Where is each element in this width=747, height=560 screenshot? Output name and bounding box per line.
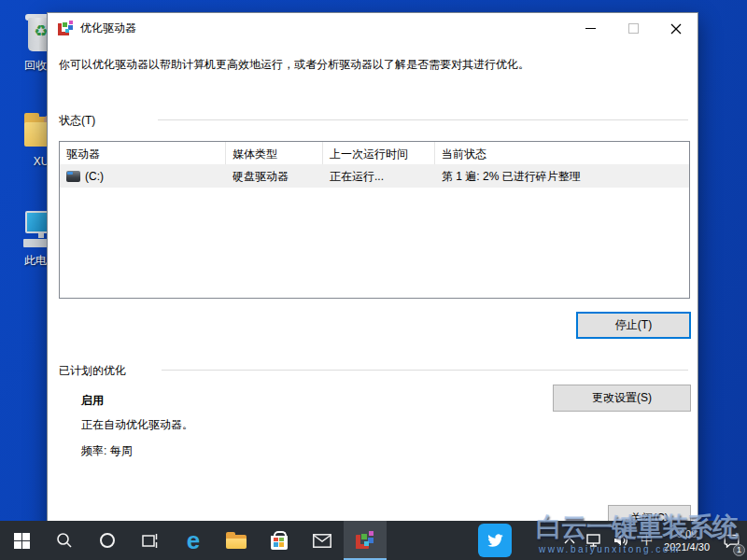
last-run-cell: 正在运行...: [323, 169, 435, 185]
stop-button[interactable]: 停止(T): [576, 312, 691, 339]
mail-icon: [313, 534, 331, 548]
dialog-description: 你可以优化驱动器以帮助计算机更高效地运行，或者分析驱动器以了解是否需要对其进行优…: [59, 57, 686, 73]
drive-cell: (C:): [60, 170, 226, 183]
search-icon: [56, 532, 73, 549]
twitter-button[interactable]: [478, 524, 512, 557]
edge-icon: e: [187, 528, 200, 553]
status-section-label: 状态(T): [59, 113, 95, 129]
tray-date: 2021/4/30: [664, 540, 710, 553]
mail-button[interactable]: [301, 521, 344, 560]
column-header-current-status[interactable]: 当前状态: [435, 142, 689, 164]
scheduled-section-divider: [162, 370, 688, 371]
scheduled-frequency: 频率: 每周: [81, 443, 133, 459]
drive-name: (C:): [85, 170, 104, 183]
media-type-cell: 硬盘驱动器: [226, 169, 323, 185]
status-section-divider: [158, 119, 688, 120]
task-view-button[interactable]: [129, 521, 172, 560]
chevron-up-icon: [564, 537, 575, 544]
ime-indicator[interactable]: 中: [635, 521, 658, 560]
action-center-button[interactable]: 1: [715, 521, 747, 560]
cortana-button[interactable]: [86, 521, 129, 560]
close-button-titlebar[interactable]: [655, 13, 698, 44]
defrag-taskbar-button[interactable]: [344, 521, 387, 560]
optimize-drives-window: 优化驱动器 你可以优化驱动器以帮助计算机更高效地运行，或者分析驱动器以了解是否需…: [47, 12, 698, 551]
cortana-icon: [100, 533, 115, 548]
file-explorer-icon: [226, 532, 247, 549]
drives-table-header: 驱动器 媒体类型 上一次运行时间 当前状态: [60, 142, 689, 165]
scheduled-description: 正在自动优化驱动器。: [81, 417, 193, 433]
system-tray: 中 9:09 2021/4/30 1: [558, 521, 747, 560]
defrag-icon: [356, 531, 374, 550]
search-button[interactable]: [43, 521, 86, 560]
maximize-button[interactable]: [612, 13, 655, 44]
file-explorer-button[interactable]: [215, 521, 258, 560]
store-icon: [271, 536, 288, 550]
current-status-cell: 第 1 遍: 2% 已进行碎片整理: [435, 169, 689, 185]
start-button[interactable]: [0, 521, 43, 560]
change-settings-button[interactable]: 更改设置(S): [553, 385, 691, 412]
store-button[interactable]: [258, 521, 301, 560]
taskbar-clock[interactable]: 9:09 2021/4/30: [658, 527, 715, 553]
task-view-icon: [142, 533, 160, 549]
scheduled-section-label: 已计划的优化: [59, 363, 126, 379]
column-header-last-run[interactable]: 上一次运行时间: [323, 142, 435, 164]
drives-table: 驱动器 媒体类型 上一次运行时间 当前状态 (C:) 硬盘驱动器 正在运行...…: [59, 141, 690, 299]
window-title: 优化驱动器: [80, 21, 136, 36]
show-hidden-icons-button[interactable]: [558, 521, 581, 560]
twitter-bird-icon: [485, 530, 505, 551]
minimize-button[interactable]: [569, 13, 612, 44]
defrag-app-icon: [58, 21, 74, 36]
network-tray-button[interactable]: [581, 521, 608, 560]
network-icon: [586, 534, 602, 547]
edge-button[interactable]: e: [172, 521, 215, 560]
scheduled-state: 启用: [81, 393, 104, 409]
drive-row-c[interactable]: (C:) 硬盘驱动器 正在运行... 第 1 遍: 2% 已进行碎片整理: [60, 165, 689, 188]
volume-tray-button[interactable]: [608, 521, 635, 560]
column-header-media-type[interactable]: 媒体类型: [226, 142, 323, 164]
notification-badge: 1: [733, 544, 745, 556]
speaker-icon: [613, 534, 629, 547]
titlebar[interactable]: 优化驱动器: [48, 13, 698, 44]
column-header-drive[interactable]: 驱动器: [60, 142, 226, 164]
hard-drive-icon: [66, 171, 80, 182]
tray-time: 9:09: [664, 527, 710, 540]
taskbar: e 中 9:09 2021/4/30: [0, 521, 747, 560]
windows-logo-icon: [14, 533, 30, 549]
